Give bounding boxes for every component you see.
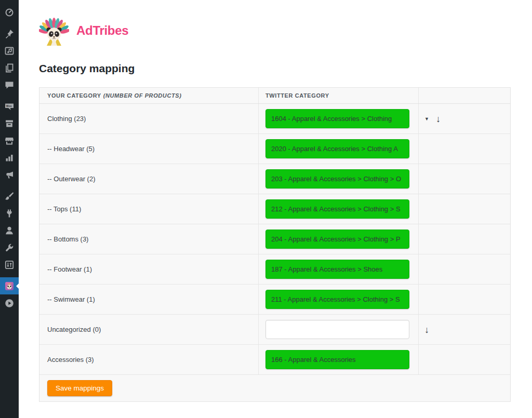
pages-icon <box>4 63 15 73</box>
table-row: -- Tops (11) ▼ ↓ <box>39 194 510 224</box>
copy-down-arrow-icon[interactable]: ↓ <box>436 114 441 124</box>
copy-down-arrow-icon[interactable]: ↓ <box>424 325 429 334</box>
category-label: Clothing (23) <box>47 115 86 123</box>
twitter-category-input[interactable] <box>265 169 409 188</box>
table-row: -- Swimwear (1) ▼ ↓ <box>39 285 510 315</box>
main-content: AdTribes Category mapping YOUR CATEGORY … <box>19 0 532 418</box>
category-label: -- Bottoms (3) <box>47 235 88 243</box>
menu-separator <box>0 183 19 187</box>
table-row: Clothing (23) ▼ ↓ <box>39 104 510 134</box>
table-row: Accessories (3) ▼ ↓ <box>39 345 510 375</box>
sidebar-item-plugins[interactable] <box>0 205 19 222</box>
category-mapping-table: YOUR CATEGORY (NUMBER OF PRODUCTS) TWITT… <box>39 87 511 402</box>
sidebar-item-marketing[interactable] <box>0 166 19 183</box>
category-label: -- Outerwear (2) <box>47 175 95 183</box>
category-label: -- Footwear (1) <box>47 265 92 273</box>
menu-separator <box>0 93 19 98</box>
appearance-icon <box>4 191 15 201</box>
twitter-category-input[interactable] <box>265 109 409 128</box>
analytics-icon <box>4 153 15 163</box>
category-label: Accessories (3) <box>47 356 94 363</box>
sidebar-item-storefront[interactable] <box>0 132 19 149</box>
settings-icon <box>4 260 15 270</box>
woocommerce-icon: Woo <box>4 101 15 112</box>
column-header-twitter-category: TWITTER CATEGORY <box>259 88 419 103</box>
sidebar-item-tools[interactable] <box>0 239 19 256</box>
sidebar-item-media[interactable] <box>0 42 19 59</box>
sidebar-item-video-play[interactable] <box>0 294 19 312</box>
table-footer-row: Save mappings <box>39 375 510 401</box>
sidebar-item-users[interactable] <box>0 222 19 239</box>
sidebar-item-pages[interactable] <box>0 59 19 76</box>
twitter-category-input[interactable] <box>265 199 409 219</box>
twitter-category-input[interactable] <box>265 350 409 369</box>
column-header-your-category: YOUR CATEGORY (NUMBER OF PRODUCTS) <box>39 88 259 103</box>
sidebar-item-comments[interactable] <box>0 76 19 93</box>
table-header-row: YOUR CATEGORY (NUMBER OF PRODUCTS) TWITT… <box>39 88 510 104</box>
category-label: Uncategorized (0) <box>47 326 101 333</box>
posts-pin-icon <box>4 29 15 39</box>
dropdown-caret-icon[interactable]: ▼ <box>424 116 429 122</box>
brand-name: AdTribes <box>76 23 128 38</box>
storefront-icon <box>4 136 15 146</box>
table-row: -- Footwear (1) ▼ ↓ <box>39 254 510 285</box>
category-label: -- Headwear (5) <box>47 145 95 153</box>
twitter-category-input[interactable] <box>265 260 409 279</box>
menu-separator <box>0 21 19 25</box>
table-row: -- Headwear (5) ▼ ↓ <box>39 134 510 164</box>
sidebar-item-products[interactable] <box>0 115 19 132</box>
svg-text:Woo: Woo <box>6 104 12 107</box>
sidebar-item-adtribes-plugin[interactable] <box>0 277 19 294</box>
page-title: Category mapping <box>39 62 532 75</box>
table-row: Uncategorized (0) ▼ ↓ <box>39 315 510 345</box>
twitter-category-input[interactable] <box>265 320 409 339</box>
users-icon <box>4 225 15 236</box>
sidebar-item-posts-pin[interactable] <box>0 25 19 42</box>
video-play-icon <box>4 298 15 308</box>
media-icon <box>4 46 15 56</box>
table-row: -- Bottoms (3) ▼ ↓ <box>39 224 510 254</box>
category-label: -- Tops (11) <box>47 205 81 213</box>
twitter-category-input[interactable] <box>265 230 409 249</box>
sidebar-item-dashboard[interactable] <box>0 4 19 21</box>
dashboard-icon <box>4 7 15 18</box>
adtribes-plugin-icon <box>4 281 15 291</box>
sidebar-item-analytics[interactable] <box>0 149 19 166</box>
products-icon <box>4 118 15 129</box>
twitter-category-input[interactable] <box>265 290 409 309</box>
marketing-icon <box>4 170 15 180</box>
plugins-icon <box>4 208 15 219</box>
admin-sidebar: Woo <box>0 0 19 418</box>
panda-logo-icon <box>39 16 69 46</box>
adtribes-logo: AdTribes <box>39 15 532 47</box>
menu-separator <box>0 273 19 277</box>
column-header-actions <box>419 88 510 103</box>
sidebar-item-woocommerce[interactable]: Woo <box>0 98 19 115</box>
save-mappings-button[interactable]: Save mappings <box>47 380 112 396</box>
comments-icon <box>4 80 15 90</box>
sidebar-item-appearance[interactable] <box>0 187 19 205</box>
twitter-category-input[interactable] <box>265 139 409 158</box>
category-label: -- Swimwear (1) <box>47 295 95 303</box>
table-row: -- Outerwear (2) ▼ ↓ <box>39 164 510 194</box>
sidebar-item-settings[interactable] <box>0 256 19 273</box>
tools-icon <box>4 242 15 253</box>
